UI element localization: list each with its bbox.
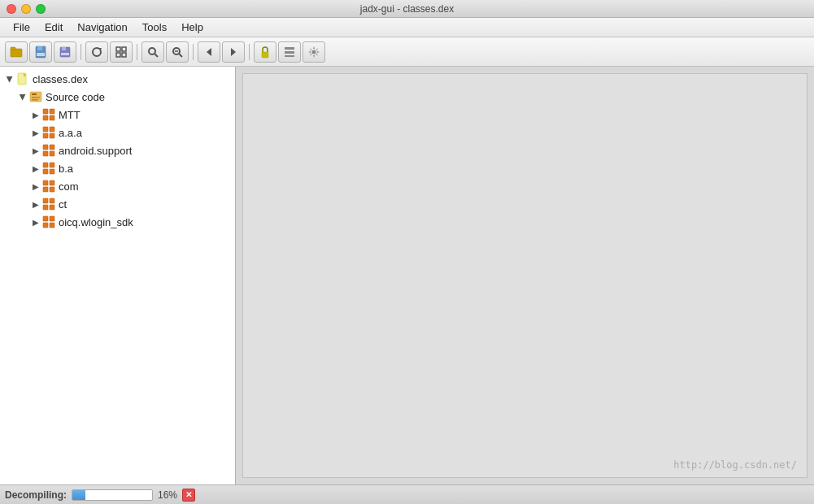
svg-rect-39 bbox=[50, 133, 54, 138]
progress-bar-fill bbox=[72, 490, 85, 500]
svg-rect-42 bbox=[43, 151, 48, 156]
tree-arrow-mtt[interactable] bbox=[29, 108, 42, 121]
tree-item-com[interactable]: com bbox=[0, 177, 235, 195]
sync-icon bbox=[115, 46, 128, 59]
refresh-icon bbox=[90, 46, 103, 59]
find-button[interactable] bbox=[166, 41, 189, 63]
svg-rect-43 bbox=[50, 151, 54, 156]
settings-icon bbox=[307, 46, 320, 59]
save-all-icon bbox=[34, 46, 47, 59]
package-label-aaa: a.a.a bbox=[59, 127, 82, 139]
back-button[interactable] bbox=[198, 41, 220, 63]
svg-rect-34 bbox=[43, 115, 48, 120]
svg-rect-20 bbox=[262, 52, 268, 58]
tree-arrow-source[interactable] bbox=[16, 90, 29, 103]
svg-rect-23 bbox=[285, 55, 294, 57]
title-bar: jadx-gui - classes.dex bbox=[0, 0, 814, 18]
tree-arrow-ba[interactable] bbox=[29, 162, 42, 175]
maximize-button[interactable] bbox=[36, 4, 46, 14]
layout-button[interactable] bbox=[278, 41, 301, 63]
tree-item-android-support[interactable]: android.support bbox=[0, 141, 235, 159]
editor-area: http://blog.csdn.net/ bbox=[242, 73, 807, 478]
svg-rect-57 bbox=[50, 216, 54, 221]
tree-item-ba[interactable]: b.a bbox=[0, 159, 235, 177]
svg-rect-33 bbox=[50, 109, 54, 114]
svg-rect-49 bbox=[50, 180, 54, 185]
package-icon-oicq bbox=[42, 215, 55, 228]
close-button[interactable] bbox=[7, 4, 16, 14]
svg-rect-35 bbox=[50, 115, 54, 120]
tree-arrow-ct[interactable] bbox=[29, 198, 42, 211]
svg-rect-36 bbox=[43, 127, 48, 132]
search-icon bbox=[146, 46, 159, 59]
svg-marker-18 bbox=[207, 48, 211, 56]
svg-rect-12 bbox=[122, 53, 126, 57]
tree-arrow-android[interactable] bbox=[29, 144, 42, 157]
status-bar: Decompiling: 16% ✕ bbox=[0, 484, 814, 504]
svg-rect-11 bbox=[116, 53, 120, 57]
menu-edit[interactable]: Edit bbox=[38, 20, 69, 35]
minimize-button[interactable] bbox=[21, 4, 31, 14]
svg-rect-53 bbox=[50, 198, 54, 203]
separator-1 bbox=[81, 44, 81, 60]
package-icon-aaa bbox=[42, 126, 55, 139]
progress-percent: 16% bbox=[158, 489, 177, 501]
package-icon-mtt bbox=[42, 108, 55, 121]
window-title: jadx-gui - classes.dex bbox=[360, 3, 454, 15]
svg-rect-22 bbox=[285, 51, 294, 54]
svg-rect-58 bbox=[43, 223, 48, 228]
menu-file[interactable]: File bbox=[7, 20, 37, 35]
file-icon bbox=[16, 72, 29, 85]
save-button[interactable] bbox=[54, 41, 76, 63]
right-panel: http://blog.csdn.net/ bbox=[236, 67, 814, 484]
package-label-android-support: android.support bbox=[59, 145, 132, 157]
tree-item-aaa[interactable]: a.a.a bbox=[0, 124, 235, 141]
tree-item-ct[interactable]: ct bbox=[0, 195, 235, 213]
tree-arrow-aaa[interactable] bbox=[29, 126, 42, 139]
tree-root[interactable]: classes.dex bbox=[0, 70, 235, 88]
svg-rect-9 bbox=[116, 47, 120, 51]
svg-rect-51 bbox=[50, 187, 54, 192]
decompiling-label: Decompiling: bbox=[5, 489, 67, 501]
svg-rect-38 bbox=[43, 133, 48, 138]
forward-button[interactable] bbox=[222, 41, 245, 63]
tree-source-code[interactable]: Source code bbox=[0, 88, 235, 106]
svg-rect-1 bbox=[11, 47, 15, 50]
toolbar bbox=[0, 37, 814, 67]
svg-rect-40 bbox=[43, 145, 48, 150]
package-label-oicq: oicq.wlogin_sdk bbox=[59, 216, 133, 228]
svg-rect-6 bbox=[62, 47, 66, 50]
find-icon bbox=[171, 46, 184, 59]
cancel-decompile-button[interactable]: ✕ bbox=[182, 489, 195, 502]
menu-help[interactable]: Help bbox=[175, 20, 210, 35]
svg-rect-0 bbox=[11, 49, 22, 57]
svg-rect-54 bbox=[43, 205, 48, 210]
tree-arrow-com[interactable] bbox=[29, 180, 42, 193]
tree-item-mtt[interactable]: MTT bbox=[0, 106, 235, 124]
refresh-button[interactable] bbox=[85, 41, 108, 63]
sync-button[interactable] bbox=[110, 41, 133, 63]
save-all-button[interactable] bbox=[29, 41, 52, 63]
menu-bar: File Edit Navigation Tools Help bbox=[0, 18, 814, 37]
open-icon bbox=[10, 46, 23, 59]
lock-button[interactable] bbox=[254, 41, 276, 63]
settings-button[interactable] bbox=[303, 41, 325, 63]
tree-arrow-oicq[interactable] bbox=[29, 215, 42, 228]
menu-navigation[interactable]: Navigation bbox=[71, 20, 133, 35]
svg-rect-7 bbox=[61, 53, 69, 55]
layout-icon bbox=[283, 46, 296, 59]
separator-2 bbox=[137, 44, 137, 60]
tree-root-label: classes.dex bbox=[33, 73, 88, 85]
svg-rect-44 bbox=[43, 163, 48, 167]
svg-rect-50 bbox=[43, 187, 48, 192]
svg-rect-29 bbox=[32, 93, 37, 95]
open-button[interactable] bbox=[5, 41, 28, 63]
save-icon bbox=[59, 46, 72, 59]
separator-3 bbox=[193, 44, 194, 60]
search-button[interactable] bbox=[141, 41, 164, 63]
svg-rect-30 bbox=[32, 97, 40, 98]
source-code-icon bbox=[29, 90, 42, 103]
menu-tools[interactable]: Tools bbox=[136, 20, 173, 35]
tree-arrow-root[interactable] bbox=[3, 72, 16, 85]
tree-item-oicq[interactable]: oicq.wlogin_sdk bbox=[0, 213, 235, 231]
